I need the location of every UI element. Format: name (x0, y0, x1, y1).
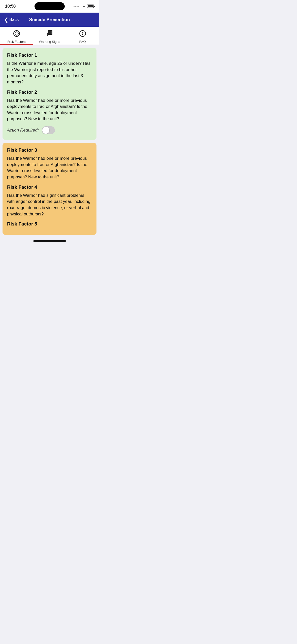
risk-factor-2-text: Has the Warrior had one or more previous… (7, 98, 92, 122)
svg-text:?: ? (81, 31, 84, 36)
risk-factor-4-text: Has the Warrior had significant problems… (7, 192, 92, 217)
toggle-knob (42, 127, 49, 134)
home-indicator (0, 238, 99, 243)
battery-icon (87, 5, 94, 8)
tab-faq[interactable]: ? FAQ (66, 27, 99, 45)
home-bar (33, 240, 66, 242)
nav-bar: ❮ Back Suicide Prevention (0, 13, 99, 27)
risk-card-2: Risk Factor 3 Has the Warrior had one or… (3, 143, 96, 235)
status-bar: 10:58 ⋅⋅△ (0, 0, 99, 13)
tab-risk-factors[interactable]: Risk Factors (0, 27, 33, 45)
risk-factor-1-text: Is the Warrior a male, age 25 or under? … (7, 60, 92, 85)
back-chevron-icon: ❮ (4, 17, 8, 23)
risk-factor-2-title: Risk Factor 2 (7, 89, 92, 95)
action-row: Action Required: (7, 126, 92, 134)
risk-factor-3-title: Risk Factor 3 (7, 147, 92, 153)
tab-warning-signs[interactable]: Warning Signs (33, 27, 66, 45)
tab-faq-label: FAQ (79, 40, 86, 44)
risk-factors-icon (13, 30, 20, 39)
risk-factor-4-title: Risk Factor 4 (7, 184, 92, 190)
status-time: 10:58 (5, 4, 16, 9)
risk-factor-1-title: Risk Factor 1 (7, 52, 92, 58)
wifi-icon: ⋅⋅△ (81, 4, 85, 8)
faq-icon: ? (79, 30, 86, 39)
tab-bar: Risk Factors Warning Signs (0, 27, 99, 45)
status-icons: ⋅⋅△ (74, 4, 94, 8)
tab-warning-signs-label: Warning Signs (39, 40, 60, 44)
risk-factor-3-text: Has the Warrior had one or more previous… (7, 155, 92, 180)
back-label: Back (9, 17, 19, 22)
main-content: Risk Factor 1 Is the Warrior a male, age… (0, 45, 99, 238)
risk-factor-5-title: Risk Factor 5 (7, 221, 92, 227)
action-required-toggle[interactable] (42, 126, 55, 134)
tab-risk-factors-label: Risk Factors (7, 40, 25, 44)
signal-dots (74, 6, 79, 7)
dynamic-island (35, 2, 65, 10)
risk-card-1: Risk Factor 1 Is the Warrior a male, age… (3, 48, 96, 140)
action-required-label: Action Required: (7, 128, 39, 133)
warning-signs-icon (46, 30, 53, 39)
nav-title: Suicide Prevention (29, 17, 70, 22)
back-button[interactable]: ❮ Back (4, 17, 19, 23)
